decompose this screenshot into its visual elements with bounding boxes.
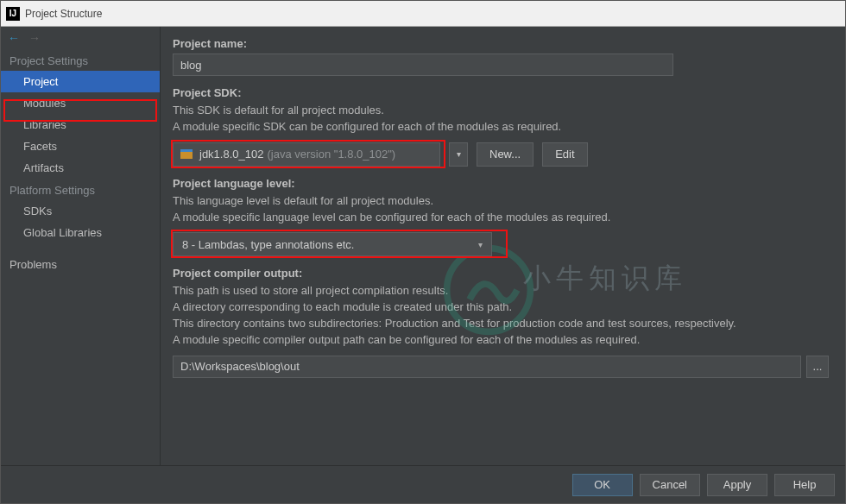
compiler-out-label: Project compiler output: (173, 267, 833, 280)
project-sdk-select[interactable]: jdk1.8.0_102 (java version "1.8.0_102") (173, 142, 440, 167)
help-button[interactable]: Help (774, 474, 835, 496)
sdk-version: (java version "1.8.0_102") (267, 148, 395, 161)
sdk-dropdown-button[interactable]: ▾ (449, 142, 468, 167)
back-arrow-icon[interactable]: ← (8, 31, 20, 45)
sidebar-item-artifacts[interactable]: Artifacts (1, 157, 160, 179)
sidebar-item-facets[interactable]: Facets (1, 135, 160, 157)
window-title: Project Structure (25, 8, 102, 20)
sdk-desc-2: A module specific SDK can be configured … (173, 119, 833, 135)
lang-level-label: Project language level: (173, 177, 833, 190)
sdk-edit-button[interactable]: Edit (542, 142, 587, 167)
body: ← → Project Settings Project Modules Lib… (1, 27, 845, 465)
sdk-new-button[interactable]: New... (477, 142, 533, 167)
project-structure-window: IJ Project Structure ← → Project Setting… (0, 0, 846, 504)
apply-button[interactable]: Apply (707, 474, 767, 496)
sidebar-item-project[interactable]: Project (1, 71, 160, 92)
ok-button[interactable]: OK (572, 474, 633, 496)
lang-desc-1: This language level is default for all p… (173, 193, 833, 210)
sidebar-item-sdks[interactable]: SDKs (1, 200, 160, 222)
chevron-down-icon: ▾ (478, 240, 483, 249)
sidebar-item-libraries[interactable]: Libraries (1, 114, 160, 135)
out-desc-1: This path is used to store all project c… (173, 283, 833, 299)
out-desc-3: This directory contains two subdirectori… (173, 316, 833, 332)
browse-output-button[interactable]: ... (806, 356, 829, 378)
app-logo-icon: IJ (6, 7, 20, 21)
sidebar-item-global-libraries[interactable]: Global Libraries (1, 222, 160, 243)
project-sdk-label: Project SDK: (173, 86, 833, 99)
sdk-desc-1: This SDK is default for all project modu… (173, 103, 833, 119)
titlebar: IJ Project Structure (1, 1, 845, 27)
out-desc-2: A directory corresponding to each module… (173, 299, 833, 316)
cancel-button[interactable]: Cancel (640, 474, 700, 496)
project-name-input[interactable] (173, 54, 673, 76)
content-panel: 小牛知识库 Project name: Project SDK: This SD… (161, 27, 845, 465)
language-level-select[interactable]: 8 - Lambdas, type annotations etc. ▾ (173, 232, 492, 256)
out-desc-4: A module specific compiler output path c… (173, 332, 833, 349)
nav-arrows: ← → (1, 27, 160, 49)
sidebar-item-problems[interactable]: Problems (1, 254, 160, 275)
sidebar: ← → Project Settings Project Modules Lib… (1, 27, 161, 465)
forward-arrow-icon[interactable]: → (28, 31, 41, 45)
compiler-output-input[interactable] (173, 356, 801, 378)
jdk-folder-icon (180, 149, 193, 159)
section-project-settings: Project Settings (1, 49, 160, 71)
sidebar-item-modules[interactable]: Modules (1, 92, 160, 114)
sdk-value: jdk1.8.0_102 (199, 148, 263, 161)
lang-desc-2: A module specific language level can be … (173, 210, 833, 226)
dialog-footer: OK Cancel Apply Help (1, 465, 845, 503)
lang-value: 8 - Lambdas, type annotations etc. (182, 238, 354, 251)
project-name-label: Project name: (173, 37, 833, 50)
section-platform-settings: Platform Settings (1, 179, 160, 200)
